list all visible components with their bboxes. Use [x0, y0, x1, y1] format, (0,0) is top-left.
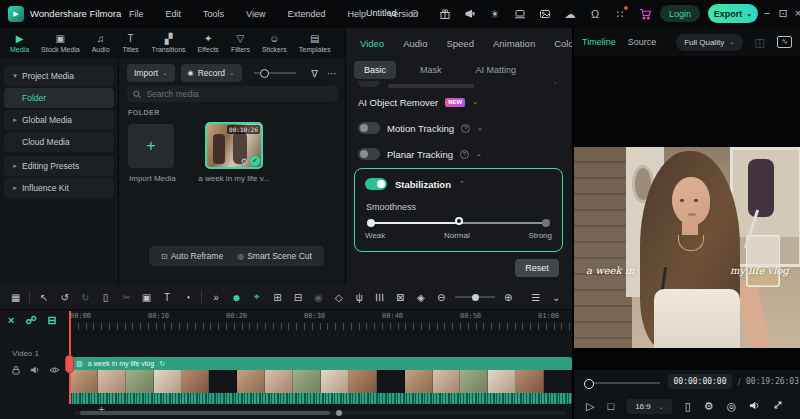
ai-assistant-icon[interactable]: ☻ [230, 290, 243, 305]
track-manager-icon[interactable]: ☰ [529, 290, 542, 305]
properties-subtab[interactable]: Mask [410, 61, 452, 79]
redo-icon[interactable]: ↻ [78, 290, 91, 305]
hscrollbar-handle[interactable] [336, 410, 342, 416]
undo-icon[interactable]: ↺ [58, 290, 71, 305]
library-tab[interactable]: ▤ Templates [293, 28, 337, 58]
sidebar-item[interactable]: Cloud Media [4, 132, 114, 152]
aspect-ratio-dropdown[interactable]: 16:9⌄ [627, 399, 672, 414]
volume-icon[interactable] [749, 400, 760, 413]
current-timecode[interactable]: 00:00:00:00 [668, 374, 732, 389]
sidebar-item[interactable]: ▾ Project Media [4, 66, 114, 86]
library-tab[interactable]: ☺ Stickers [256, 28, 293, 58]
smoothness-slider[interactable] [367, 217, 550, 229]
media-clip-thumbnail[interactable]: 00:19:26 ⚙ ✓ [205, 122, 263, 169]
search-input[interactable] [146, 89, 332, 99]
split-scissors-icon[interactable]: ✂ [119, 290, 132, 305]
slider-handle[interactable] [455, 217, 463, 225]
support-headset-icon[interactable]: Ω [588, 7, 602, 21]
chevron-down-icon[interactable]: ⌄ [476, 150, 482, 158]
video-scope-icon[interactable]: ∿ [777, 36, 792, 48]
sync-status-icon[interactable]: ⊙ [410, 7, 419, 20]
chevron-down-icon[interactable]: ⌄ [477, 124, 483, 132]
help-icon[interactable]: ? [461, 124, 470, 133]
device-preview-icon[interactable]: ▯ [685, 400, 691, 413]
split-screen-icon[interactable]: ◫ [755, 36, 765, 49]
toolbar-caret-icon[interactable]: ⌄ [550, 290, 563, 305]
import-button[interactable]: Import⌄ [127, 64, 175, 82]
chevron-down-icon[interactable]: ⌄ [472, 98, 478, 106]
login-button[interactable]: Login [660, 5, 700, 22]
export-button[interactable]: Export⌄ [708, 4, 758, 23]
library-tab[interactable]: ▽ Filters [225, 28, 256, 58]
fullscreen-icon[interactable] [773, 400, 783, 412]
tab-timeline[interactable]: Timeline [582, 37, 616, 47]
sidebar-item[interactable]: ▸ Editing Presets [4, 156, 114, 176]
delete-icon[interactable]: ▯ [99, 290, 112, 305]
select-tool-icon[interactable]: ↖ [37, 290, 50, 305]
audio-mixer-icon[interactable]: ☰ [372, 290, 387, 303]
hide-track-icon[interactable] [49, 365, 60, 375]
playhead-handle[interactable] [65, 355, 74, 373]
cart-icon[interactable] [638, 7, 652, 21]
library-tab[interactable]: ✦ Effects [192, 28, 225, 58]
quality-dropdown[interactable]: Full Quality⌄ [676, 34, 742, 51]
seek-bar[interactable] [584, 379, 660, 387]
library-tab[interactable]: ▶ Media [4, 28, 35, 58]
auto-reframe-button[interactable]: ⊡Auto Reframe [161, 251, 223, 261]
link-clips-icon[interactable]: ☍ [25, 314, 36, 327]
sidebar-item[interactable]: ▸ Global Media [4, 110, 114, 130]
lock-track-icon[interactable] [11, 365, 21, 375]
filter-icon[interactable]: ∇ [311, 68, 318, 79]
more-options-icon[interactable]: ⋯ [327, 68, 337, 79]
sidebar-item[interactable]: Folder [4, 88, 114, 108]
copy-effects-icon[interactable]: ⊠ [394, 290, 407, 305]
apps-grid-icon[interactable]: ∷ [613, 7, 627, 21]
zoom-in-icon[interactable]: ⊕ [502, 290, 515, 305]
keyframe-icon[interactable]: ◈ [414, 290, 427, 305]
tab-source[interactable]: Source [628, 37, 657, 47]
thumbnail-size-slider[interactable] [254, 66, 296, 80]
menu-item[interactable]: Edit [155, 9, 193, 19]
properties-subtab[interactable]: AI Matting [466, 61, 527, 79]
mute-track-icon[interactable] [30, 365, 40, 375]
timeline-hscrollbar[interactable] [74, 411, 566, 415]
properties-tab[interactable]: Speed [446, 38, 473, 49]
more-tools-icon[interactable]: » [209, 290, 222, 305]
play-button[interactable]: ▷ [586, 400, 594, 413]
timeline-ruler[interactable]: 00:0000:1000:2000:3000:4000:5001:00 [66, 311, 572, 331]
export-clip-icon[interactable]: ⊞ [271, 290, 284, 305]
screen-recorder-icon[interactable] [513, 7, 527, 21]
snap-icon[interactable]: × [8, 314, 14, 327]
ripple-edit-icon[interactable]: ⊟ [48, 314, 57, 327]
motion-tracking-icon[interactable]: ⌖ [250, 290, 263, 305]
menu-item[interactable]: View [235, 9, 276, 19]
menu-item[interactable]: Tools [192, 9, 235, 19]
layout-grid-icon[interactable]: ▦ [9, 290, 22, 305]
search-box[interactable] [127, 86, 338, 102]
library-tab[interactable]: ♫ Audio [86, 28, 116, 58]
library-tab[interactable]: ▣ Stock Media [35, 28, 86, 58]
menu-item[interactable]: Extended [276, 9, 336, 19]
render-settings-icon[interactable]: ⚙ [704, 400, 714, 413]
hscrollbar-thumb[interactable] [80, 411, 330, 415]
timeline-clip[interactable]: ▥ a week in my life vlog ↻ [70, 357, 572, 404]
gear-icon[interactable]: ⚙ [241, 157, 248, 166]
zoom-out-icon[interactable]: ⊖ [435, 290, 448, 305]
speed-ramp-icon[interactable]: ◔ [181, 290, 194, 305]
play-circle-icon[interactable]: ◉ [312, 290, 325, 305]
motion-tracking-toggle[interactable] [358, 122, 380, 134]
menu-item[interactable]: File [118, 9, 155, 19]
mask-shield-icon[interactable]: ◇ [332, 290, 345, 305]
voiceover-mic-icon[interactable]: ψ [353, 290, 366, 305]
smart-scene-cut-button[interactable]: ◎Smart Scene Cut [237, 251, 312, 261]
stop-button[interactable]: □ [607, 400, 614, 412]
planar-tracking-toggle[interactable] [358, 148, 380, 160]
library-tab[interactable]: T Titles [116, 28, 146, 58]
theme-icon[interactable]: ☀ [488, 7, 502, 21]
chevron-up-icon[interactable]: ⌃ [459, 180, 465, 188]
screenshot-icon[interactable] [538, 7, 552, 21]
minimize-button[interactable]: − [760, 7, 774, 19]
properties-subtab[interactable]: Basic [354, 61, 396, 79]
properties-tab[interactable]: Video [360, 38, 384, 49]
render-preview-icon[interactable]: ⊟ [291, 290, 304, 305]
